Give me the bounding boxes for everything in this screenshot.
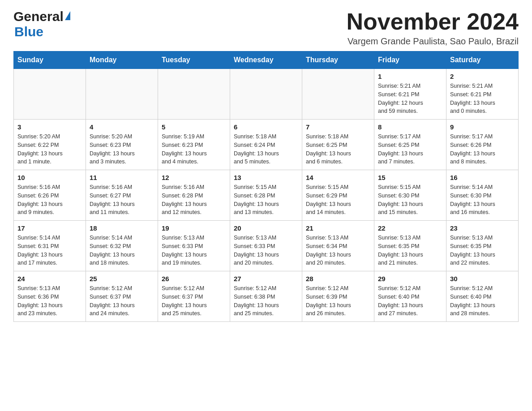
day-number: 26 xyxy=(162,275,226,283)
day-info: Sunrise: 5:16 AMSunset: 6:28 PMDaylight:… xyxy=(162,183,226,217)
calendar-cell: 11Sunrise: 5:16 AMSunset: 6:27 PMDayligh… xyxy=(86,170,158,221)
day-number: 4 xyxy=(90,123,154,131)
calendar-header-wednesday: Wednesday xyxy=(230,51,302,69)
day-info: Sunrise: 5:20 AMSunset: 6:23 PMDaylight:… xyxy=(90,133,154,166)
day-number: 2 xyxy=(450,73,515,80)
logo-general-text: General xyxy=(13,9,64,24)
day-info: Sunrise: 5:12 AMSunset: 6:39 PMDaylight:… xyxy=(306,284,370,318)
calendar-cell: 17Sunrise: 5:14 AMSunset: 6:31 PMDayligh… xyxy=(14,221,86,271)
day-info: Sunrise: 5:15 AMSunset: 6:28 PMDaylight:… xyxy=(234,183,298,217)
calendar-cell: 23Sunrise: 5:13 AMSunset: 6:35 PMDayligh… xyxy=(446,221,519,271)
day-number: 10 xyxy=(17,174,82,181)
day-number: 7 xyxy=(306,123,370,131)
day-info: Sunrise: 5:12 AMSunset: 6:37 PMDaylight:… xyxy=(162,284,226,318)
calendar-header-monday: Monday xyxy=(86,51,158,69)
day-number: 16 xyxy=(450,174,515,181)
day-info: Sunrise: 5:13 AMSunset: 6:33 PMDaylight:… xyxy=(162,234,226,267)
calendar-week-5: 24Sunrise: 5:13 AMSunset: 6:36 PMDayligh… xyxy=(14,271,519,322)
day-number: 9 xyxy=(450,123,515,131)
day-number: 22 xyxy=(378,224,442,232)
day-number: 14 xyxy=(306,174,370,181)
logo-triangle-icon xyxy=(65,11,70,20)
day-info: Sunrise: 5:18 AMSunset: 6:25 PMDaylight:… xyxy=(306,133,370,166)
day-info: Sunrise: 5:12 AMSunset: 6:37 PMDaylight:… xyxy=(90,284,154,318)
day-number: 20 xyxy=(234,224,298,232)
calendar-week-2: 3Sunrise: 5:20 AMSunset: 6:22 PMDaylight… xyxy=(14,120,519,170)
calendar-cell: 21Sunrise: 5:13 AMSunset: 6:34 PMDayligh… xyxy=(302,221,374,271)
day-number: 1 xyxy=(378,73,442,80)
calendar-cell: 4Sunrise: 5:20 AMSunset: 6:23 PMDaylight… xyxy=(86,120,158,170)
month-year-title: November 2024 xyxy=(347,9,519,34)
day-number: 21 xyxy=(306,224,370,232)
calendar-header-friday: Friday xyxy=(374,51,446,69)
calendar-cell: 1Sunrise: 5:21 AMSunset: 6:21 PMDaylight… xyxy=(374,69,446,120)
calendar-cell: 22Sunrise: 5:13 AMSunset: 6:35 PMDayligh… xyxy=(374,221,446,271)
calendar-week-4: 17Sunrise: 5:14 AMSunset: 6:31 PMDayligh… xyxy=(14,221,519,271)
calendar-cell: 20Sunrise: 5:13 AMSunset: 6:33 PMDayligh… xyxy=(230,221,302,271)
calendar-cell: 26Sunrise: 5:12 AMSunset: 6:37 PMDayligh… xyxy=(158,271,230,322)
calendar-cell xyxy=(302,69,374,120)
day-number: 3 xyxy=(17,123,82,131)
calendar-week-1: 1Sunrise: 5:21 AMSunset: 6:21 PMDaylight… xyxy=(14,69,519,120)
day-info: Sunrise: 5:12 AMSunset: 6:40 PMDaylight:… xyxy=(450,284,515,318)
calendar-cell: 18Sunrise: 5:14 AMSunset: 6:32 PMDayligh… xyxy=(86,221,158,271)
day-info: Sunrise: 5:17 AMSunset: 6:25 PMDaylight:… xyxy=(378,133,442,166)
calendar-cell: 29Sunrise: 5:12 AMSunset: 6:40 PMDayligh… xyxy=(374,271,446,322)
calendar-week-3: 10Sunrise: 5:16 AMSunset: 6:26 PMDayligh… xyxy=(14,170,519,221)
day-number: 23 xyxy=(450,224,515,232)
calendar-header-sunday: Sunday xyxy=(14,51,86,69)
day-info: Sunrise: 5:16 AMSunset: 6:26 PMDaylight:… xyxy=(17,183,82,217)
calendar-cell: 15Sunrise: 5:15 AMSunset: 6:30 PMDayligh… xyxy=(374,170,446,221)
day-info: Sunrise: 5:13 AMSunset: 6:35 PMDaylight:… xyxy=(378,234,442,267)
day-info: Sunrise: 5:12 AMSunset: 6:38 PMDaylight:… xyxy=(234,284,298,318)
day-info: Sunrise: 5:21 AMSunset: 6:21 PMDaylight:… xyxy=(378,82,442,116)
title-area: November 2024 Vargem Grande Paulista, Sa… xyxy=(347,9,519,47)
day-info: Sunrise: 5:17 AMSunset: 6:26 PMDaylight:… xyxy=(450,133,515,166)
calendar-header-saturday: Saturday xyxy=(446,51,519,69)
day-info: Sunrise: 5:14 AMSunset: 6:31 PMDaylight:… xyxy=(17,234,82,267)
calendar-cell: 3Sunrise: 5:20 AMSunset: 6:22 PMDaylight… xyxy=(14,120,86,170)
day-number: 18 xyxy=(90,224,154,232)
calendar-cell: 6Sunrise: 5:18 AMSunset: 6:24 PMDaylight… xyxy=(230,120,302,170)
calendar-header-thursday: Thursday xyxy=(302,51,374,69)
calendar-cell: 10Sunrise: 5:16 AMSunset: 6:26 PMDayligh… xyxy=(14,170,86,221)
calendar-cell: 28Sunrise: 5:12 AMSunset: 6:39 PMDayligh… xyxy=(302,271,374,322)
day-number: 11 xyxy=(90,174,154,181)
day-number: 17 xyxy=(17,224,82,232)
calendar-cell: 12Sunrise: 5:16 AMSunset: 6:28 PMDayligh… xyxy=(158,170,230,221)
day-number: 30 xyxy=(450,275,515,283)
day-info: Sunrise: 5:15 AMSunset: 6:29 PMDaylight:… xyxy=(306,183,370,217)
day-info: Sunrise: 5:16 AMSunset: 6:27 PMDaylight:… xyxy=(90,183,154,217)
day-number: 5 xyxy=(162,123,226,131)
day-number: 8 xyxy=(378,123,442,131)
day-info: Sunrise: 5:15 AMSunset: 6:30 PMDaylight:… xyxy=(378,183,442,217)
day-info: Sunrise: 5:21 AMSunset: 6:21 PMDaylight:… xyxy=(450,82,515,116)
calendar-cell: 13Sunrise: 5:15 AMSunset: 6:28 PMDayligh… xyxy=(230,170,302,221)
calendar-cell: 19Sunrise: 5:13 AMSunset: 6:33 PMDayligh… xyxy=(158,221,230,271)
calendar-cell xyxy=(230,69,302,120)
calendar-cell: 5Sunrise: 5:19 AMSunset: 6:23 PMDaylight… xyxy=(158,120,230,170)
calendar-cell: 9Sunrise: 5:17 AMSunset: 6:26 PMDaylight… xyxy=(446,120,519,170)
day-number: 19 xyxy=(162,224,226,232)
day-number: 25 xyxy=(90,275,154,283)
calendar-cell: 16Sunrise: 5:14 AMSunset: 6:30 PMDayligh… xyxy=(446,170,519,221)
calendar-cell: 7Sunrise: 5:18 AMSunset: 6:25 PMDaylight… xyxy=(302,120,374,170)
day-info: Sunrise: 5:13 AMSunset: 6:35 PMDaylight:… xyxy=(450,234,515,267)
calendar-cell xyxy=(158,69,230,120)
day-info: Sunrise: 5:18 AMSunset: 6:24 PMDaylight:… xyxy=(234,133,298,166)
day-info: Sunrise: 5:20 AMSunset: 6:22 PMDaylight:… xyxy=(17,133,82,166)
calendar-cell: 25Sunrise: 5:12 AMSunset: 6:37 PMDayligh… xyxy=(86,271,158,322)
day-number: 13 xyxy=(234,174,298,181)
location-subtitle: Vargem Grande Paulista, Sao Paulo, Brazi… xyxy=(347,36,519,47)
calendar-table: SundayMondayTuesdayWednesdayThursdayFrid… xyxy=(13,51,519,322)
calendar-body: 1Sunrise: 5:21 AMSunset: 6:21 PMDaylight… xyxy=(14,69,519,322)
day-number: 27 xyxy=(234,275,298,283)
day-number: 28 xyxy=(306,275,370,283)
calendar-cell: 2Sunrise: 5:21 AMSunset: 6:21 PMDaylight… xyxy=(446,69,519,120)
day-info: Sunrise: 5:12 AMSunset: 6:40 PMDaylight:… xyxy=(378,284,442,318)
calendar-cell xyxy=(86,69,158,120)
day-info: Sunrise: 5:14 AMSunset: 6:32 PMDaylight:… xyxy=(90,234,154,267)
calendar-cell: 24Sunrise: 5:13 AMSunset: 6:36 PMDayligh… xyxy=(14,271,86,322)
day-number: 24 xyxy=(17,275,82,283)
calendar-cell: 30Sunrise: 5:12 AMSunset: 6:40 PMDayligh… xyxy=(446,271,519,322)
